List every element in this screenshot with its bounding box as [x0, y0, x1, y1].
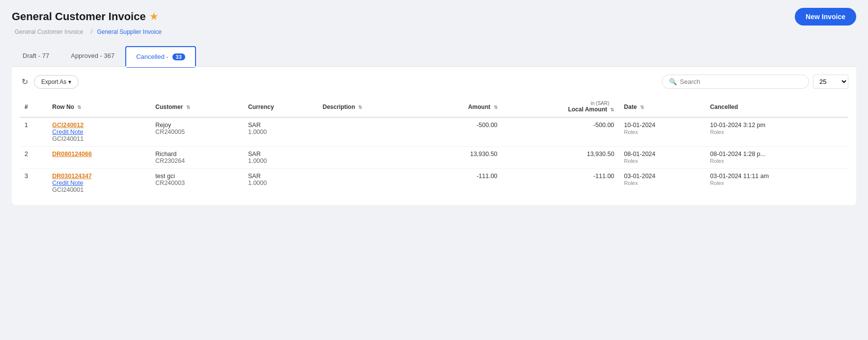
- row-id-link-0[interactable]: GCI240012: [52, 122, 145, 129]
- cell-description-2: [318, 169, 421, 198]
- cell-row-id-0: GCI240012 Credit Note GCI240011: [47, 117, 150, 147]
- cell-num-1: 2: [20, 147, 47, 169]
- cell-currency-0: SAR 1.0000: [243, 117, 318, 147]
- cell-cancelled-2: 03-01-2024 11:11 am Rolex: [705, 169, 848, 198]
- cell-cancelled-1: 08-01-2024 1:28 p... Rolex: [705, 147, 848, 169]
- row-id-link-2[interactable]: DR030124347: [52, 173, 145, 180]
- new-invoice-button[interactable]: New Invoice: [795, 8, 856, 26]
- search-input[interactable]: [680, 78, 802, 85]
- tabs-row: Draft - 77 Approved - 367 Cancelled - 33: [12, 45, 856, 67]
- tab-cancelled[interactable]: Cancelled - 33: [125, 46, 196, 66]
- search-icon: 🔍: [669, 78, 677, 85]
- cell-customer-1: Richard CR230264: [150, 147, 243, 169]
- tab-draft[interactable]: Draft - 77: [12, 45, 60, 66]
- col-hash: #: [20, 97, 47, 117]
- row-ref-0: GCI240011: [52, 135, 145, 142]
- col-amount[interactable]: Amount ⇅: [420, 97, 502, 117]
- toolbar-right: 🔍 25 50 100: [662, 75, 848, 89]
- breadcrumb-separator: /: [91, 28, 92, 35]
- col-local-amount[interactable]: in (SAR) Local Amount ⇅: [503, 97, 619, 117]
- col-cancelled: Cancelled: [705, 97, 848, 117]
- cell-date-0: 10-01-2024 Rolex: [619, 117, 705, 147]
- breadcrumb-link[interactable]: General Supplier Invoice: [97, 28, 161, 35]
- cell-amount-2: -111.00: [420, 169, 502, 198]
- refresh-button[interactable]: ↻: [20, 75, 30, 88]
- cell-local-amount-1: 13,930.50: [503, 147, 619, 169]
- row-id-link-1[interactable]: DR080124066: [52, 151, 145, 157]
- customer-ref-1: CR230264: [155, 157, 238, 164]
- cell-cancelled-0: 10-01-2024 3:12 pm Rolex: [705, 117, 848, 147]
- content-area: ↻ Export As ▾ 🔍 25 50 100: [12, 67, 856, 205]
- col-date[interactable]: Date ⇅: [619, 97, 705, 117]
- cell-num-2: 3: [20, 169, 47, 198]
- col-currency: Currency: [243, 97, 318, 117]
- cancelled-badge: 33: [172, 53, 185, 60]
- cell-row-id-2: DR030124347 Credit Note GCI240001: [47, 169, 150, 198]
- cell-customer-0: Rejoy CR240005: [150, 117, 243, 147]
- toolbar: ↻ Export As ▾ 🔍 25 50 100: [20, 75, 848, 89]
- cell-date-2: 03-01-2024 Rolex: [619, 169, 705, 198]
- breadcrumb: General Customer Invoice / General Suppl…: [12, 28, 856, 35]
- customer-name-2: test gci: [155, 173, 175, 180]
- cell-num-0: 1: [20, 117, 47, 147]
- page-title: General Customer Invoice ★: [12, 10, 158, 23]
- star-icon[interactable]: ★: [150, 11, 158, 22]
- breadcrumb-current: General Customer Invoice: [15, 28, 83, 35]
- cell-amount-1: 13,930.50: [420, 147, 502, 169]
- tab-approved[interactable]: Approved - 367: [60, 45, 125, 66]
- customer-ref-2: CR240003: [155, 180, 238, 186]
- cell-local-amount-2: -111.00: [503, 169, 619, 198]
- table-row: 2 DR080124066 Richard CR230264 SAR 1.000…: [20, 147, 848, 169]
- table-row: 1 GCI240012 Credit Note GCI240011 Rejoy …: [20, 117, 848, 147]
- customer-name-0: Rejoy: [155, 122, 171, 129]
- col-row-no[interactable]: Row No ⇅: [47, 97, 150, 117]
- cell-currency-2: SAR 1.0000: [243, 169, 318, 198]
- cell-currency-1: SAR 1.0000: [243, 147, 318, 169]
- row-ref-2: GCI240001: [52, 186, 145, 193]
- invoice-table: # Row No ⇅ Customer ⇅ Currency Descripti…: [20, 97, 848, 197]
- cell-local-amount-0: -500.00: [503, 117, 619, 147]
- cell-customer-2: test gci CR240003: [150, 169, 243, 198]
- search-container: 🔍: [662, 75, 809, 89]
- table-row: 3 DR030124347 Credit Note GCI240001 test…: [20, 169, 848, 198]
- cell-amount-0: -500.00: [420, 117, 502, 147]
- cell-row-id-1: DR080124066: [47, 147, 150, 169]
- chevron-down-icon: ▾: [68, 78, 71, 85]
- cell-description-1: [318, 147, 421, 169]
- customer-name-1: Richard: [155, 151, 176, 157]
- credit-note-link-0[interactable]: Credit Note: [52, 129, 145, 135]
- export-as-button[interactable]: Export As ▾: [34, 75, 79, 89]
- toolbar-left: ↻ Export As ▾: [20, 75, 79, 89]
- col-description[interactable]: Description ⇅: [318, 97, 421, 117]
- page-size-select[interactable]: 25 50 100: [813, 75, 848, 89]
- cell-description-0: [318, 117, 421, 147]
- cell-date-1: 08-01-2024 Rolex: [619, 147, 705, 169]
- col-customer[interactable]: Customer ⇅: [150, 97, 243, 117]
- customer-ref-0: CR240005: [155, 129, 238, 135]
- credit-note-link-2[interactable]: Credit Note: [52, 180, 145, 186]
